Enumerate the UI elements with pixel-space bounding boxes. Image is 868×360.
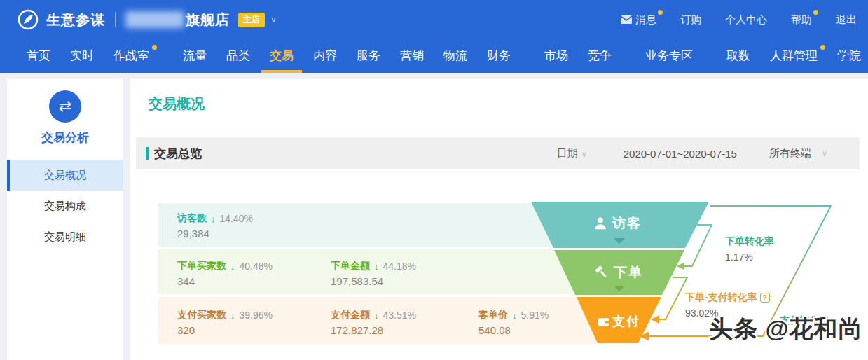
sidebar: ⇄ 交易分析 交易概况 交易构成 交易明细 (7, 79, 123, 360)
sycm-logo-icon (17, 8, 39, 31)
metric-label: 支付买家数 (177, 309, 226, 321)
page-title: 交易概况 (149, 95, 205, 113)
nav-logistics[interactable]: 物流 (434, 39, 477, 73)
date-type-dropdown[interactable]: 日期∨ (557, 147, 587, 160)
nav-market[interactable]: 市场 (535, 39, 578, 73)
down-arrow-icon: ↓ (211, 214, 216, 224)
notification-dot (658, 10, 663, 15)
mail-icon (621, 15, 632, 24)
metric-value: 29,384 (177, 228, 253, 240)
shop-name-censored (125, 11, 184, 28)
metric-visitors: 访客数↓14.40% 29,384 (177, 212, 253, 240)
shop-switch-chevron-icon[interactable]: ∨ (270, 15, 277, 25)
nav-home[interactable]: 首页 (17, 39, 60, 73)
subscribe-label: 订购 (680, 13, 701, 27)
sidebar-item-trade-composition[interactable]: 交易构成 (7, 191, 123, 221)
nav-academy[interactable]: 学院 (827, 39, 868, 73)
metric-pay-amount: 支付金额↓43.51% 172,827.28 (331, 309, 416, 336)
metric-label: 访客数 (177, 212, 207, 225)
date-type-label: 日期 (557, 147, 578, 159)
personal-center-label: 个人中心 (725, 13, 767, 27)
nav-audience[interactable]: 人群管理 (760, 39, 827, 73)
conversion-order: 下单转化率 1.17% (725, 235, 774, 263)
personal-center-link[interactable]: 个人中心 (725, 13, 767, 27)
messages-link[interactable]: 消息 (621, 13, 656, 27)
section-controls: 日期∨ 2020-07-01~2020-07-15 所有终端 ∨ (557, 147, 860, 160)
nav-transaction[interactable]: 交易 (260, 39, 303, 73)
subscribe-link[interactable]: 订购 (680, 13, 701, 27)
down-arrow-icon: ↓ (374, 261, 379, 272)
nav-competition[interactable]: 竞争 (578, 39, 621, 73)
nav-realtime[interactable]: 实时 (60, 39, 104, 73)
divider (115, 12, 116, 27)
sidebar-menu: 交易概况 交易构成 交易明细 (7, 160, 123, 252)
funnel-label-payment: 支付 (597, 313, 640, 330)
down-arrow-icon: ↓ (230, 261, 235, 272)
chevron-down-icon[interactable]: ∨ (822, 149, 827, 158)
funnel-label-order: 下单 (594, 263, 643, 282)
messages-label: 消息 (635, 13, 656, 27)
metric-value: 320 (177, 324, 273, 336)
metric-avg-order-value: 客单价↓5.91% 540.08 (478, 309, 549, 336)
nav-business-zone[interactable]: 业务专区 (635, 39, 703, 73)
main-store-badge: 主店 (238, 13, 265, 27)
shop-name: 旗舰店 (186, 11, 230, 29)
gavel-icon (594, 265, 609, 280)
nav-content[interactable]: 内容 (303, 39, 347, 73)
metric-value: 172,827.28 (331, 324, 416, 336)
nav-traffic[interactable]: 流量 (173, 39, 216, 73)
notification-dot (820, 45, 825, 50)
sidebar-item-trade-detail[interactable]: 交易明细 (7, 221, 123, 252)
logout-link[interactable]: 退出 (836, 13, 857, 27)
nav-marketing[interactable]: 营销 (390, 39, 434, 73)
chevron-down-icon: ∨ (581, 150, 587, 158)
metric-change: 44.18% (383, 261, 416, 272)
sidebar-item-trade-overview[interactable]: 交易概况 (7, 160, 123, 191)
nav-data-fetch[interactable]: 取数 (717, 39, 760, 73)
brand-name: 生意参谋 (46, 11, 105, 29)
metric-label: 下单买家数 (177, 260, 226, 272)
stage-name: 下单 (614, 263, 643, 282)
conversion-label: 下单转化率 (725, 235, 774, 248)
down-arrow-icon: ↓ (374, 310, 379, 321)
topbar: 生意参谋 旗舰店 主店 ∨ 消息 订购 个人中心 帮助 退出 (0, 0, 868, 39)
metric-value: 197,583.54 (331, 275, 416, 287)
topbar-menu: 消息 订购 个人中心 帮助 退出 (621, 13, 857, 27)
section-title: 交易总览 (154, 146, 202, 162)
notification-dot (152, 45, 157, 50)
sycm-dashboard: 生意参谋 旗舰店 主店 ∨ 消息 订购 个人中心 帮助 退出 首页 实时 作战室… (0, 0, 868, 360)
nav-category[interactable]: 品类 (216, 39, 260, 73)
conversion-label: 下单-支付转化率 (685, 291, 757, 304)
conversion-value: 1.17% (725, 251, 774, 263)
help-label: 帮助 (791, 13, 812, 27)
watermark: 头条 @花和尚 (709, 313, 863, 345)
metric-order-amount: 下单金额↓44.18% 197,583.54 (331, 260, 416, 287)
logout-label: 退出 (836, 13, 857, 27)
metric-change: 39.96% (240, 310, 273, 321)
metric-pay-buyers: 支付买家数↓39.96% 320 (177, 309, 273, 336)
metric-label: 下单金额 (331, 260, 370, 272)
nav-finance[interactable]: 财务 (477, 39, 521, 73)
nav-war-room[interactable]: 作战室 (104, 39, 159, 73)
sidebar-title: 交易分析 (7, 130, 123, 146)
notification-dot (813, 10, 818, 15)
down-arrow-icon: ↓ (512, 310, 517, 321)
metric-order-buyers: 下单买家数↓40.48% 344 (177, 260, 273, 287)
date-range-picker[interactable]: 2020-07-01~2020-07-15 (624, 148, 737, 160)
section-header: 交易总览 日期∨ 2020-07-01~2020-07-15 所有终端 ∨ (136, 137, 860, 169)
exchange-icon: ⇄ (49, 90, 81, 123)
funnel-label-visitor: 访客 (593, 214, 642, 233)
help-link[interactable]: 帮助 (791, 13, 812, 27)
main-nav: 首页 实时 作战室 流量 品类 交易 内容 服务 营销 物流 财务 市场 竞争 … (0, 39, 868, 73)
terminal-filter-label: 所有终端 (769, 147, 811, 159)
metric-change: 5.91% (521, 310, 549, 321)
terminal-filter-dropdown[interactable]: 所有终端 (769, 147, 811, 160)
metric-change: 14.40% (220, 213, 253, 224)
nav-service[interactable]: 服务 (347, 39, 390, 73)
stage-name: 访客 (612, 214, 642, 233)
wallet-icon (597, 315, 610, 328)
person-icon (593, 216, 608, 231)
metric-change: 43.51% (383, 310, 416, 321)
help-icon[interactable]: ? (760, 293, 770, 303)
metric-value: 344 (177, 275, 273, 287)
